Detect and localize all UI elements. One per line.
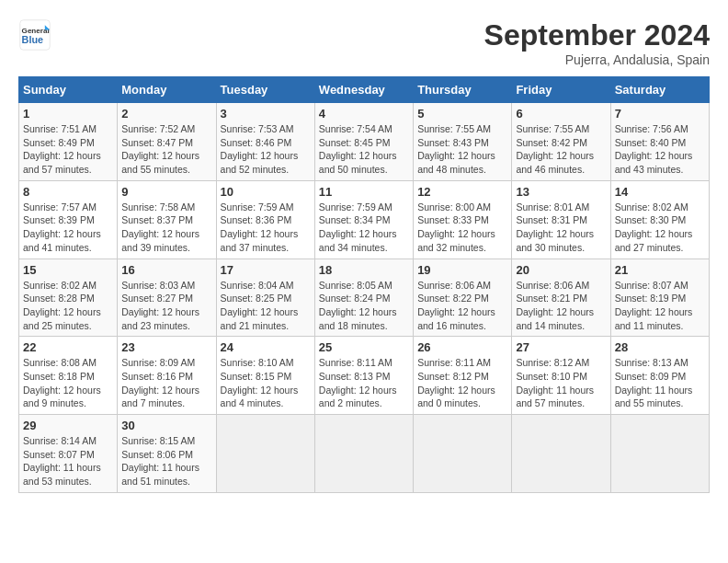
calendar-cell: 22 Sunrise: 8:08 AMSunset: 8:18 PMDaylig… (19, 337, 118, 415)
calendar-table: Sunday Monday Tuesday Wednesday Thursday… (18, 76, 710, 493)
day-info: Sunrise: 8:05 AMSunset: 8:24 PMDaylight:… (319, 279, 409, 333)
calendar-cell: 14 Sunrise: 8:02 AMSunset: 8:30 PMDaylig… (610, 180, 709, 259)
calendar-row: 22 Sunrise: 8:08 AMSunset: 8:18 PMDaylig… (19, 337, 710, 415)
day-number: 12 (417, 185, 507, 199)
day-number: 22 (23, 340, 113, 354)
calendar-cell: 1 Sunrise: 7:51 AMSunset: 8:49 PMDayligh… (19, 103, 118, 181)
calendar-cell: 18 Sunrise: 8:05 AMSunset: 8:24 PMDaylig… (314, 259, 413, 337)
day-number: 20 (516, 263, 606, 277)
calendar-cell: 15 Sunrise: 8:02 AMSunset: 8:28 PMDaylig… (19, 259, 118, 337)
calendar-cell: 25 Sunrise: 8:11 AMSunset: 8:13 PMDaylig… (314, 337, 413, 415)
day-number: 16 (121, 263, 211, 277)
day-info: Sunrise: 8:02 AMSunset: 8:28 PMDaylight:… (23, 279, 113, 333)
day-info: Sunrise: 8:08 AMSunset: 8:18 PMDaylight:… (23, 356, 113, 410)
day-number: 15 (23, 263, 113, 277)
day-number: 21 (615, 263, 705, 277)
day-number: 24 (221, 340, 311, 354)
col-wednesday: Wednesday (314, 77, 413, 103)
day-number: 2 (121, 107, 211, 121)
col-monday: Monday (118, 77, 216, 103)
calendar-cell: 26 Sunrise: 8:11 AMSunset: 8:12 PMDaylig… (414, 337, 512, 415)
day-info: Sunrise: 7:54 AMSunset: 8:45 PMDaylight:… (319, 122, 409, 177)
day-number: 8 (23, 185, 113, 199)
day-number: 17 (221, 263, 311, 277)
calendar-row: 29 Sunrise: 8:14 AMSunset: 8:07 PMDaylig… (19, 415, 710, 493)
col-thursday: Thursday (414, 77, 512, 103)
day-number: 13 (516, 185, 606, 199)
logo: General Blue (18, 18, 51, 52)
day-info: Sunrise: 8:07 AMSunset: 8:19 PMDaylight:… (615, 279, 705, 333)
calendar-cell: 6 Sunrise: 7:55 AMSunset: 8:42 PMDayligh… (512, 103, 610, 181)
day-info: Sunrise: 8:15 AMSunset: 8:06 PMDaylight:… (121, 434, 211, 488)
page-header: General Blue September 2024 Pujerra, And… (18, 18, 710, 67)
calendar-cell: 13 Sunrise: 8:01 AMSunset: 8:31 PMDaylig… (512, 180, 610, 259)
calendar-cell: 20 Sunrise: 8:06 AMSunset: 8:21 PMDaylig… (512, 259, 610, 337)
day-number: 27 (516, 340, 606, 354)
day-number: 1 (23, 107, 113, 121)
day-info: Sunrise: 7:57 AMSunset: 8:39 PMDaylight:… (23, 201, 113, 255)
day-number: 5 (417, 107, 507, 121)
logo-icon: General Blue (18, 18, 51, 52)
day-number: 19 (417, 263, 507, 277)
day-info: Sunrise: 8:01 AMSunset: 8:31 PMDaylight:… (516, 201, 606, 255)
calendar-cell: 5 Sunrise: 7:55 AMSunset: 8:43 PMDayligh… (414, 103, 512, 181)
day-info: Sunrise: 8:09 AMSunset: 8:16 PMDaylight:… (121, 356, 211, 410)
day-info: Sunrise: 8:11 AMSunset: 8:12 PMDaylight:… (417, 356, 507, 410)
calendar-cell: 11 Sunrise: 7:59 AMSunset: 8:34 PMDaylig… (314, 180, 413, 259)
day-number: 9 (121, 185, 211, 199)
calendar-cell: 24 Sunrise: 8:10 AMSunset: 8:15 PMDaylig… (216, 337, 314, 415)
day-number: 18 (319, 263, 409, 277)
day-number: 3 (221, 107, 311, 121)
calendar-cell (216, 415, 314, 493)
calendar-cell: 4 Sunrise: 7:54 AMSunset: 8:45 PMDayligh… (314, 103, 413, 181)
calendar-row: 15 Sunrise: 8:02 AMSunset: 8:28 PMDaylig… (19, 259, 710, 337)
calendar-header-row: Sunday Monday Tuesday Wednesday Thursday… (19, 77, 710, 103)
calendar-cell: 21 Sunrise: 8:07 AMSunset: 8:19 PMDaylig… (610, 259, 709, 337)
day-number: 14 (615, 185, 705, 199)
day-info: Sunrise: 8:12 AMSunset: 8:10 PMDaylight:… (516, 356, 606, 410)
day-info: Sunrise: 7:59 AMSunset: 8:36 PMDaylight:… (221, 201, 311, 255)
day-info: Sunrise: 7:56 AMSunset: 8:40 PMDaylight:… (615, 122, 705, 177)
day-number: 10 (221, 185, 311, 199)
calendar-cell: 3 Sunrise: 7:53 AMSunset: 8:46 PMDayligh… (216, 103, 314, 181)
calendar-row: 1 Sunrise: 7:51 AMSunset: 8:49 PMDayligh… (19, 103, 710, 181)
calendar-cell: 17 Sunrise: 8:04 AMSunset: 8:25 PMDaylig… (216, 259, 314, 337)
day-info: Sunrise: 8:13 AMSunset: 8:09 PMDaylight:… (615, 356, 705, 410)
calendar-cell: 29 Sunrise: 8:14 AMSunset: 8:07 PMDaylig… (19, 415, 118, 493)
day-number: 29 (23, 419, 113, 432)
calendar-cell (414, 415, 512, 493)
calendar-cell: 12 Sunrise: 8:00 AMSunset: 8:33 PMDaylig… (414, 180, 512, 259)
day-info: Sunrise: 8:04 AMSunset: 8:25 PMDaylight:… (221, 279, 311, 333)
day-info: Sunrise: 7:51 AMSunset: 8:49 PMDaylight:… (23, 122, 113, 177)
day-number: 23 (121, 340, 211, 354)
day-info: Sunrise: 8:00 AMSunset: 8:33 PMDaylight:… (417, 201, 507, 255)
col-friday: Friday (512, 77, 610, 103)
day-number: 30 (121, 419, 211, 432)
calendar-cell: 27 Sunrise: 8:12 AMSunset: 8:10 PMDaylig… (512, 337, 610, 415)
svg-text:Blue: Blue (22, 34, 43, 45)
day-number: 25 (319, 340, 409, 354)
day-info: Sunrise: 7:53 AMSunset: 8:46 PMDaylight:… (221, 122, 311, 177)
day-number: 11 (319, 185, 409, 199)
day-info: Sunrise: 8:02 AMSunset: 8:30 PMDaylight:… (615, 201, 705, 255)
day-number: 7 (615, 107, 705, 121)
col-tuesday: Tuesday (216, 77, 314, 103)
day-info: Sunrise: 8:11 AMSunset: 8:13 PMDaylight:… (319, 356, 409, 410)
day-info: Sunrise: 7:58 AMSunset: 8:37 PMDaylight:… (121, 201, 211, 255)
day-info: Sunrise: 8:06 AMSunset: 8:22 PMDaylight:… (417, 279, 507, 333)
calendar-cell (512, 415, 610, 493)
day-info: Sunrise: 8:06 AMSunset: 8:21 PMDaylight:… (516, 279, 606, 333)
day-info: Sunrise: 7:55 AMSunset: 8:43 PMDaylight:… (417, 122, 507, 177)
calendar-cell: 19 Sunrise: 8:06 AMSunset: 8:22 PMDaylig… (414, 259, 512, 337)
day-info: Sunrise: 7:52 AMSunset: 8:47 PMDaylight:… (121, 122, 211, 177)
month-year-title: September 2024 (484, 18, 710, 52)
day-info: Sunrise: 8:10 AMSunset: 8:15 PMDaylight:… (221, 356, 311, 410)
calendar-row: 8 Sunrise: 7:57 AMSunset: 8:39 PMDayligh… (19, 180, 710, 259)
calendar-cell: 2 Sunrise: 7:52 AMSunset: 8:47 PMDayligh… (118, 103, 216, 181)
calendar-cell (610, 415, 709, 493)
col-sunday: Sunday (19, 77, 118, 103)
title-area: September 2024 Pujerra, Andalusia, Spain (484, 18, 710, 67)
col-saturday: Saturday (610, 77, 709, 103)
calendar-cell: 23 Sunrise: 8:09 AMSunset: 8:16 PMDaylig… (118, 337, 216, 415)
calendar-cell: 30 Sunrise: 8:15 AMSunset: 8:06 PMDaylig… (118, 415, 216, 493)
